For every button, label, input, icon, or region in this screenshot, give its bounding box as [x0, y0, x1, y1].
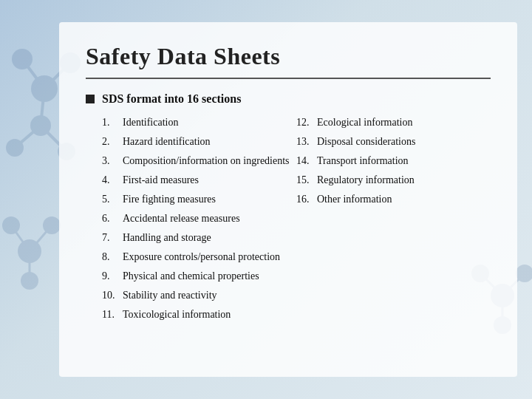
item-text: Hazard identification — [123, 134, 211, 149]
item-number: 16. — [296, 191, 317, 207]
list-item: 8.Exposure controls/personal protection — [102, 249, 296, 265]
slide-title: Safety Data Sheets — [86, 43, 491, 70]
item-text: Stability and reactivity — [123, 287, 217, 303]
item-number: 9. — [102, 268, 123, 284]
list-item: 6.Accidental release measures — [102, 211, 296, 226]
item-text: Fire fighting measures — [123, 191, 216, 207]
item-text: Physical and chemical properties — [123, 268, 259, 284]
content-card: Safety Data Sheets SDS format into 16 se… — [59, 22, 517, 377]
list-item: 13.Disposal considerations — [296, 134, 491, 149]
list-item: 9.Physical and chemical properties — [102, 268, 296, 284]
item-text: Transport information — [317, 153, 409, 168]
item-text: First-aid measures — [123, 172, 199, 188]
section-label: SDS format into 16 sections — [102, 92, 241, 106]
item-text: Handling and storage — [123, 230, 211, 245]
item-number: 10. — [102, 287, 123, 303]
item-number: 6. — [102, 211, 123, 226]
item-number: 3. — [102, 153, 123, 168]
svg-line-9 — [15, 126, 41, 148]
bullet-icon — [86, 95, 95, 103]
item-text: Identification — [123, 115, 178, 130]
list-item: 7.Handling and storage — [102, 230, 296, 245]
item-number: 12. — [296, 115, 317, 130]
list-item: 16.Other information — [296, 191, 491, 207]
item-text: Toxicological information — [123, 307, 231, 322]
item-number: 4. — [102, 172, 123, 188]
item-number: 13. — [296, 134, 317, 149]
item-number: 2. — [102, 134, 123, 149]
title-underline — [86, 78, 491, 79]
list-item: 1.Identification — [102, 115, 296, 130]
item-text: Composition/information on ingredients — [123, 153, 290, 168]
list-item: 2.Hazard identification — [102, 134, 296, 149]
item-text: Regulatory information — [317, 172, 415, 188]
item-number: 14. — [296, 153, 317, 168]
list-item: 3.Composition/information on ingredients — [102, 153, 296, 168]
list-item: 10.Stability and reactivity — [102, 287, 296, 303]
item-number: 5. — [102, 191, 123, 207]
item-number: 15. — [296, 172, 317, 188]
left-column: 1.Identification2.Hazard identification3… — [102, 115, 296, 326]
list-item: 15.Regulatory information — [296, 172, 491, 188]
right-column: 12.Ecological information13.Disposal con… — [296, 115, 491, 326]
item-number: 1. — [102, 115, 123, 130]
item-text: Exposure controls/personal protection — [123, 249, 280, 265]
list-item: 5.Fire fighting measures — [102, 191, 296, 207]
item-number: 7. — [102, 230, 123, 245]
list-item: 12.Ecological information — [296, 115, 491, 130]
list-item: 14.Transport information — [296, 153, 491, 168]
item-number: 8. — [102, 249, 123, 265]
item-text: Accidental release measures — [123, 211, 240, 226]
item-text: Other information — [317, 191, 392, 207]
item-text: Ecological information — [317, 115, 412, 130]
item-number: 11. — [102, 307, 123, 322]
section-header-row: SDS format into 16 sections — [86, 92, 491, 106]
list-item: 4.First-aid measures — [102, 172, 296, 188]
list-item: 11.Toxicological information — [102, 307, 296, 322]
item-text: Disposal considerations — [317, 134, 415, 149]
two-column-layout: 1.Identification2.Hazard identification3… — [102, 115, 491, 326]
